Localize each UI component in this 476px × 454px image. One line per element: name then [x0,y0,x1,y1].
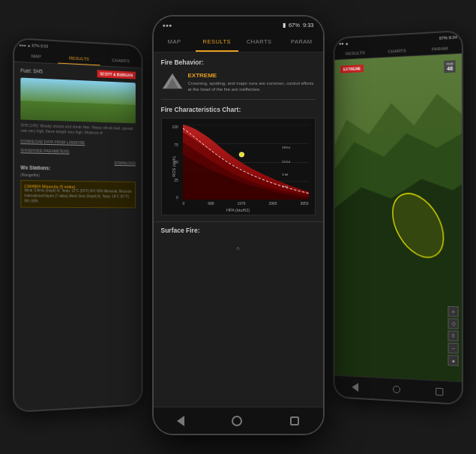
left-tab-charts[interactable]: CHARTS [100,55,142,68]
right-home-button[interactable] [393,386,400,394]
right-tab-results[interactable]: RESULTS [334,47,376,60]
main-tab-param[interactable]: PARAM [280,33,323,52]
left-status-text: ●●● ▲ 67% 9:33 [19,43,48,49]
app-scene: ●●● ▲ 67% 9:33 MAP RESULTS CHARTS Fuel: … [0,0,476,454]
wx-stations-section: Wx Stations: DOWNLOAD (Rangefire) CW4904… [14,155,141,212]
phone-main: ●●● ▮ 67% 9:33 MAP RESULTS CHARTS [152,15,325,435]
y-tick-100: 100 [172,125,178,129]
chart-svg-container: 19 fcl 11 fcl 1 fcl 4 fcl [183,125,309,200]
fire-behavior-icon [161,72,184,95]
main-back-button[interactable] [177,416,184,426]
wx-station-detail: Wind: 0.8m/s (2mph) N, Temp: 12°C (53°F)… [24,188,132,205]
main-recent-button[interactable] [290,416,299,425]
x-tick-2965: 2965 [268,201,277,206]
main-tab-charts[interactable]: CHARTS [238,33,281,52]
fire-description: Crowning, spotting, and major runs are c… [188,80,316,93]
scroll-chevron[interactable]: ^ [154,242,323,259]
main-status-right: ▮ 67% 9:33 [283,22,314,29]
extreme-label: EXTREME [188,72,316,79]
y-tick-0: 0 [176,195,178,200]
layers-button[interactable]: ◇ [448,318,458,329]
landscape-image [20,77,136,123]
right-recent-button[interactable] [436,388,443,396]
svg-text:19 fcl: 19 fcl [282,146,290,149]
left-tab-map[interactable]: MAP [14,50,58,63]
svg-text:11 fcl: 11 fcl [282,160,290,164]
battery-percent: 67% [289,22,300,29]
x-tick-0: 0 [183,201,185,206]
fuel-badge: SCOTT & BURGAN [97,70,136,79]
right-status-icons: ●● ▲ [339,41,349,47]
main-bottom-nav [154,407,323,434]
svg-text:4 fcl: 4 fcl [282,185,288,188]
fire-characteristics-chart: ROS (ch/h) 100 75 50 25 0 [161,118,316,215]
right-tab-param[interactable]: PARAM [418,42,462,55]
svg-text:1 fcl: 1 fcl [282,173,288,177]
x-tick-3953: 3953 [300,201,308,206]
terrain-background [334,54,461,382]
time-display: 9:33 [303,22,314,29]
wx-station-box: CW4904 Missoula (5 miles) Wind: 0.8m/s (… [20,180,136,209]
right-battery: 67% 9:34 [439,35,457,41]
y-tick-25: 25 [174,178,178,182]
main-nav-tabs: MAP RESULTS CHARTS PARAM [154,33,323,53]
wx-sub: (Rangefire) [20,173,136,179]
y-tick-50: 50 [174,160,178,164]
main-home-button[interactable] [232,416,242,426]
wx-title-row: Wx Stations: DOWNLOAD [20,158,136,174]
right-tab-charts[interactable]: CHARTS [376,44,418,57]
zoom-out-button[interactable]: − [448,343,458,354]
battery-icon: ▮ [283,22,286,29]
x-tick-1976: 1976 [237,201,245,206]
extreme-badge: EXTREME [340,65,364,73]
chart-title: Fire Characteristics Chart: [161,106,316,113]
fuel-label: Fuel: SH5 [20,68,42,74]
chart-x-axis-label: HPA (btu/ft2) [226,208,250,212]
wx-download-link[interactable]: DOWNLOAD [115,161,136,165]
compass-button[interactable]: ⇧ [448,330,458,341]
chart-section: Fire Characteristics Chart: ROS (ch/h) 1… [154,100,323,221]
phone-left: ●●● ▲ 67% 9:33 MAP RESULTS CHARTS Fuel: … [13,38,142,413]
main-status-left: ●●● [163,23,172,28]
chart-y-ticks: 100 75 50 25 0 [172,125,178,200]
wx-title: Wx Stations: [20,165,50,171]
zoom-in-button[interactable]: + [448,306,458,317]
right-back-button[interactable] [352,383,358,392]
chart-x-ticks: 0 988 1976 2965 3953 [183,201,309,206]
location-button[interactable]: ● [448,355,458,366]
fire-icon [161,72,182,93]
fire-behavior-row: EXTREME Crowning, spotting, and major ru… [154,69,323,99]
rob-badge: ROB 48 [445,60,456,73]
left-tab-results[interactable]: RESULTS [58,52,100,65]
terrain-svg [334,54,461,382]
map-controls: + ◇ ⇧ − ● [448,306,458,366]
main-tab-map[interactable]: MAP [154,33,196,52]
surface-fire-section: Surface Fire: [154,221,323,242]
surface-fire-title: Surface Fire: [161,227,316,234]
main-content: Fire Behavior: EXTREME Crowning, spottin… [154,53,323,399]
x-tick-988: 988 [208,201,214,206]
chart-svg: 19 fcl 11 fcl 1 fcl 4 fcl [183,125,309,200]
fire-behavior-title: Fire Behavior: [154,53,323,69]
main-tab-results[interactable]: RESULTS [196,33,238,52]
main-status-bar: ●●● ▮ 67% 9:33 [154,17,323,33]
y-tick-75: 75 [174,143,178,147]
phone-right: ●● ▲ 67% 9:34 RESULTS CHARTS PARAM [334,30,463,405]
fire-text-area: EXTREME Crowning, spotting, and major ru… [188,72,316,93]
map-area[interactable]: EXTREME ROB 48 + ◇ ⇧ − ● [334,54,461,382]
svg-point-15 [239,152,244,157]
